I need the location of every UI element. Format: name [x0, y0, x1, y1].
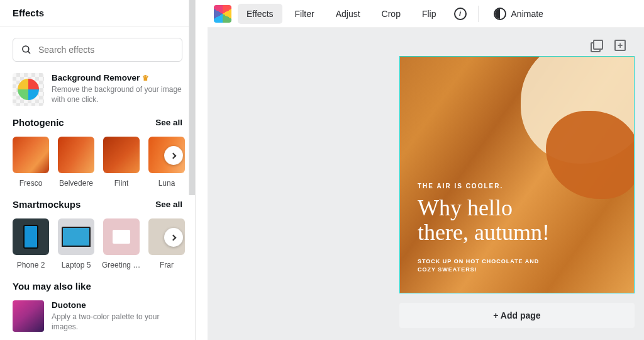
see-all-photogenic[interactable]: See all	[155, 118, 182, 127]
search-input[interactable]	[38, 45, 174, 55]
bg-remover-title: Background Remover	[52, 73, 140, 82]
tab-filter[interactable]: Filter	[286, 4, 323, 24]
smartmockups-row: Phone 2 Laptop 5 Greeting car... Frar	[13, 218, 182, 269]
add-page-button[interactable]: + Add page	[399, 303, 635, 328]
photogenic-label: Flint	[114, 179, 129, 188]
section-head-smartmockups: Smartmockups See all	[13, 199, 182, 210]
photogenic-label: Belvedere	[59, 179, 93, 188]
smartmockups-label: Phone 2	[17, 261, 45, 269]
duotone-item[interactable]: Duotone Apply a two-color palette to you…	[13, 300, 182, 332]
see-all-smartmockups[interactable]: See all	[155, 200, 182, 209]
artboard-subtitle[interactable]: Stock up on hot chocolate and cozy sweat…	[418, 258, 558, 275]
smartmockups-label: Greeting car...	[102, 261, 141, 269]
artboard-pretitle[interactable]: THE AIR IS COOLER.	[418, 183, 558, 190]
info-button[interactable]: i	[449, 4, 472, 24]
search-input-wrapper[interactable]	[13, 38, 182, 62]
svg-point-0	[23, 46, 29, 52]
you-may-also-like-title: You may also like	[13, 281, 182, 292]
smartmockups-label: Laptop 5	[62, 261, 91, 269]
tab-effects[interactable]: Effects	[238, 4, 282, 24]
chevron-right-icon	[170, 152, 176, 159]
section-head-photogenic: Photogenic See all	[13, 117, 182, 128]
duotone-title: Duotone	[52, 300, 182, 310]
canvas-area: + THE AIR IS COOLER. Why hello there, au…	[208, 28, 644, 340]
sidebar-title: Effects	[0, 0, 195, 26]
canvas-action-icons: +	[590, 39, 626, 52]
background-remover[interactable]: Background Remover♛ Remove the backgroun…	[13, 73, 182, 106]
smartmockups-label: Frar	[160, 261, 174, 269]
tab-crop[interactable]: Crop	[373, 4, 409, 24]
bg-remover-thumb	[13, 73, 44, 106]
duotone-thumb	[13, 300, 44, 332]
artboard[interactable]: THE AIR IS COOLER. Why hello there, autu…	[399, 56, 635, 293]
photogenic-row: Fresco Belvedere Flint Luna	[13, 137, 182, 188]
artboard-headline[interactable]: Why hello there, autumn!	[418, 196, 558, 245]
smartmockups-item[interactable]: Laptop 5	[58, 218, 94, 269]
chevron-right-icon	[170, 234, 176, 241]
duotone-text: Duotone Apply a two-color palette to you…	[52, 300, 182, 332]
sidebar-scrollbar[interactable]	[189, 0, 195, 195]
animate-button[interactable]: Animate	[485, 4, 552, 24]
smartmockups-item[interactable]: Phone 2	[13, 218, 49, 269]
color-picker-button[interactable]	[214, 5, 231, 23]
new-page-icon: +	[614, 40, 626, 51]
svg-line-1	[28, 52, 30, 54]
sidebar-body: Background Remover♛ Remove the backgroun…	[0, 26, 195, 340]
smartmockups-item[interactable]: Greeting car...	[103, 218, 140, 269]
info-icon: i	[454, 8, 467, 20]
photogenic-label: Luna	[158, 179, 175, 188]
duotone-desc: Apply a two-color palette to your images…	[52, 312, 182, 332]
premium-crown-icon: ♛	[142, 74, 149, 82]
effects-sidebar: Effects Background Remover♛ Remove the b…	[0, 0, 196, 340]
animate-icon	[494, 8, 506, 20]
photogenic-item[interactable]: Fresco	[13, 137, 49, 188]
new-page-button[interactable]: +	[614, 39, 626, 52]
search-icon	[21, 44, 32, 55]
photogenic-item[interactable]: Flint	[103, 137, 140, 188]
section-title: Smartmockups	[13, 199, 80, 210]
artboard-text-group: THE AIR IS COOLER. Why hello there, autu…	[418, 183, 558, 275]
photogenic-item[interactable]: Belvedere	[58, 137, 94, 188]
smartmockups-next-button[interactable]	[164, 228, 183, 247]
tab-flip[interactable]: Flip	[413, 4, 445, 24]
duplicate-page-button[interactable]	[590, 39, 602, 52]
photogenic-next-button[interactable]	[164, 146, 183, 165]
photogenic-label: Fresco	[19, 179, 43, 188]
section-title: Photogenic	[13, 117, 64, 128]
editor-toolbar: Effects Filter Adjust Crop Flip i Animat…	[208, 0, 644, 28]
bg-remover-text: Background Remover♛ Remove the backgroun…	[52, 73, 182, 106]
animate-label: Animate	[511, 9, 543, 19]
toolbar-divider	[478, 6, 479, 22]
bg-remover-desc: Remove the background of your image with…	[52, 84, 182, 105]
tab-adjust[interactable]: Adjust	[327, 4, 369, 24]
duplicate-icon	[591, 40, 602, 51]
